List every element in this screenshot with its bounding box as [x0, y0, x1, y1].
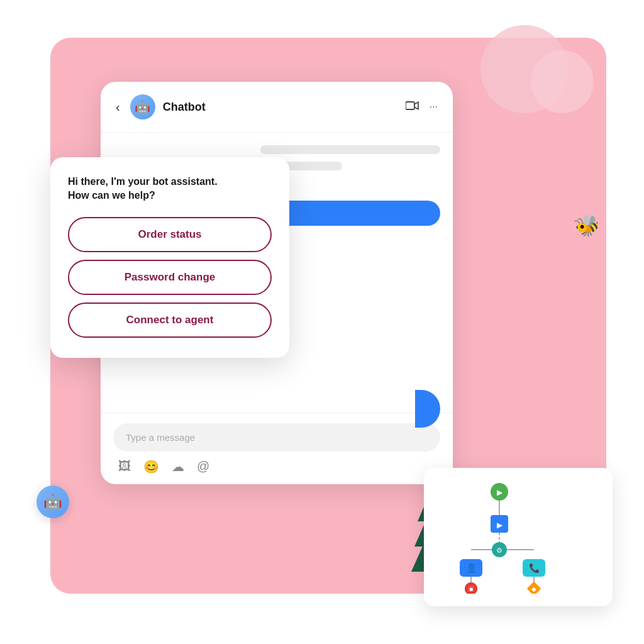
- chat-header: ‹ 🤖 Chatbot ···: [101, 82, 453, 133]
- svg-text:◆: ◆: [531, 586, 536, 592]
- popup-greeting: Hi there, I'm your bot assistant.How can…: [68, 175, 272, 203]
- workflow-inner: ▶ ▶ ⚙ 👤 📞: [436, 480, 600, 594]
- chat-title: Chatbot: [163, 101, 398, 114]
- workflow-card: ▶ ▶ ⚙ 👤 📞: [424, 468, 613, 606]
- svg-text:⚙: ⚙: [496, 547, 502, 554]
- video-icon[interactable]: [406, 101, 419, 113]
- back-arrow-icon[interactable]: ‹: [116, 100, 120, 114]
- input-placeholder: Type a message: [126, 432, 195, 443]
- footer-icons: 🖼 😊 ☁ @: [113, 459, 440, 474]
- more-options-icon[interactable]: ···: [430, 101, 438, 113]
- svg-text:📞: 📞: [529, 563, 540, 574]
- svg-text:▶: ▶: [497, 488, 503, 497]
- image-icon[interactable]: 🖼: [118, 459, 131, 474]
- chatbot-popup: Hi there, I'm your bot assistant.How can…: [50, 157, 289, 358]
- message-input[interactable]: Type a message: [113, 423, 440, 452]
- svg-text:■: ■: [469, 586, 473, 592]
- chat-footer: Type a message 🖼 😊 ☁ @: [101, 413, 453, 484]
- svg-rect-0: [406, 102, 414, 109]
- emoji-icon[interactable]: 😊: [143, 459, 159, 474]
- scene: ‹ 🤖 Chatbot ··· Type: [0, 0, 644, 644]
- workflow-diagram: ▶ ▶ ⚙ 👤 📞: [436, 480, 600, 594]
- small-bot-avatar: 🤖: [36, 486, 69, 518]
- svg-text:▶: ▶: [497, 521, 503, 530]
- password-change-button[interactable]: Password change: [68, 260, 272, 295]
- order-status-button[interactable]: Order status: [68, 217, 272, 252]
- message-bar-1: [260, 145, 440, 154]
- connect-agent-button[interactable]: Connect to agent: [68, 303, 272, 338]
- bot-avatar: 🤖: [130, 94, 155, 119]
- deco-circle-2: [531, 50, 594, 113]
- at-icon[interactable]: @: [197, 459, 209, 474]
- header-icons: ···: [406, 101, 438, 113]
- svg-text:👤: 👤: [466, 563, 477, 574]
- cloud-icon[interactable]: ☁: [172, 459, 184, 474]
